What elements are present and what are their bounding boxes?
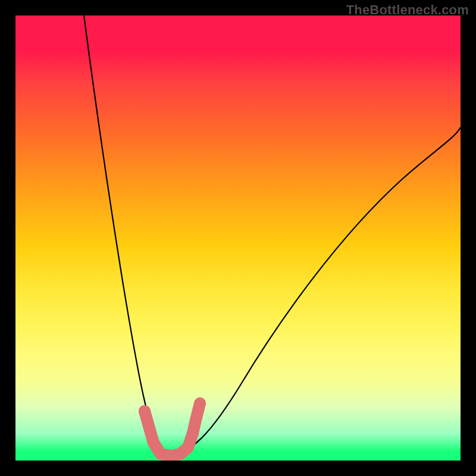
plot-area [15,15,461,461]
chart-container: TheBottleneck.com [0,0,476,476]
left-curve [84,15,165,457]
watermark: TheBottleneck.com [346,2,469,18]
bead-dot [194,397,206,409]
bead-dot [148,437,159,449]
right-curve [165,127,461,457]
bead-dot [139,405,151,417]
bead-dot [187,427,199,439]
chart-svg [15,15,461,461]
